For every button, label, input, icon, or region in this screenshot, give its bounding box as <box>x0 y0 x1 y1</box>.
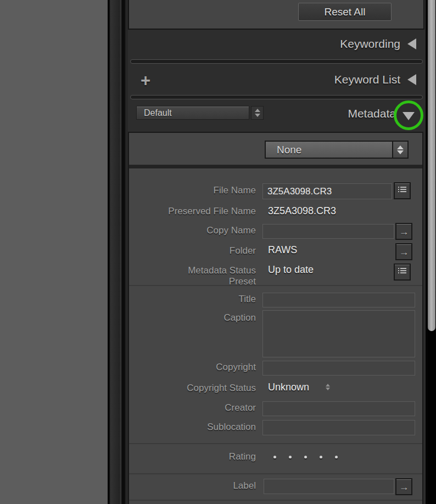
keyword-list-panel-header[interactable]: Keyword List <box>128 64 426 95</box>
down-triangle-icon <box>397 150 404 154</box>
creator-label: Creator <box>129 402 256 413</box>
folder-action-button[interactable]: → <box>395 243 412 260</box>
title-label: Title <box>129 294 256 305</box>
copyright-status-spinner[interactable] <box>326 384 330 390</box>
down-triangle-icon <box>326 388 330 390</box>
photo-area-background <box>0 0 108 504</box>
copy-name-action-button[interactable]: → <box>395 223 412 240</box>
preserved-file-name-value: 3Z5A3098.CR3 <box>268 205 336 217</box>
rating-dot[interactable] <box>320 456 322 458</box>
rating-dot[interactable] <box>273 456 276 458</box>
file-name-field[interactable] <box>262 183 392 199</box>
previous-panel-bottom-section: Reset All <box>128 0 424 30</box>
label-field[interactable] <box>264 479 394 494</box>
group-divider <box>129 473 422 474</box>
right-arrow-icon: → <box>399 227 409 237</box>
left-triangle-icon[interactable] <box>407 38 416 49</box>
metadata-status-action-button[interactable] <box>394 264 411 281</box>
lightroom-right-panel-screenshot: Reset All Keywording + Keyword List Defa… <box>0 0 436 504</box>
right-arrow-icon: → <box>399 247 409 257</box>
scrollbar-thumb[interactable] <box>428 0 435 331</box>
rating-label: Rating <box>129 451 256 462</box>
sublocation-label: Sublocation <box>129 422 256 433</box>
metadata-body: Preset None File Name <box>128 132 423 504</box>
metadata-panel-title[interactable]: Metadata <box>348 107 396 120</box>
panel-scrollbar[interactable] <box>428 0 436 504</box>
rating-dot[interactable] <box>289 456 292 458</box>
file-name-action-button[interactable] <box>394 182 411 199</box>
preset-value: None <box>266 144 392 156</box>
list-icon <box>398 186 407 196</box>
copyright-label: Copyright <box>129 362 256 373</box>
up-triangle-icon <box>326 384 330 387</box>
sublocation-field[interactable] <box>262 420 415 435</box>
metadata-view-selector[interactable]: Default <box>136 106 249 120</box>
reset-all-button[interactable]: Reset All <box>298 3 392 21</box>
right-arrow-icon: → <box>399 482 409 492</box>
copy-name-label: Copy Name <box>129 225 256 236</box>
panel-divider <box>130 95 423 99</box>
label-action-button[interactable]: → <box>395 478 412 495</box>
group-divider <box>129 443 422 444</box>
keyword-list-title: Keyword List <box>334 73 400 86</box>
folder-label: Folder <box>129 245 256 256</box>
label-field-label: Label <box>129 480 256 491</box>
copyright-status-value[interactable]: Unknown <box>268 382 309 393</box>
down-triangle-icon <box>255 114 260 117</box>
creator-field[interactable] <box>262 401 415 416</box>
left-triangle-icon[interactable] <box>407 74 416 85</box>
copy-name-field[interactable] <box>262 224 394 239</box>
rating-dot[interactable] <box>335 456 338 458</box>
folder-value: RAWS <box>268 244 297 256</box>
list-icon <box>398 267 407 277</box>
up-triangle-icon <box>255 109 260 112</box>
annotation-green-circle <box>394 100 423 130</box>
caption-label: Caption <box>129 312 256 323</box>
group-divider <box>129 500 422 501</box>
rating-dot[interactable] <box>304 456 307 458</box>
preset-dropdown-spinner[interactable] <box>392 142 407 158</box>
section-separator <box>129 165 422 169</box>
copyright-status-label: Copyright Status <box>129 383 256 394</box>
group-divider <box>129 285 422 286</box>
up-triangle-icon <box>397 145 404 149</box>
copyright-field[interactable] <box>262 361 415 376</box>
preserved-file-name-label: Preserved File Name <box>129 206 256 217</box>
panel-divider <box>130 59 423 64</box>
right-panel: Reset All Keywording + Keyword List Defa… <box>128 0 426 504</box>
title-field[interactable] <box>262 293 415 307</box>
metadata-status-value: Up to date <box>268 264 314 276</box>
keywording-panel-header[interactable]: Keywording <box>128 29 426 59</box>
metadata-view-selector-spinner[interactable] <box>251 106 264 120</box>
keywording-title: Keywording <box>340 37 400 51</box>
file-name-label: File Name <box>129 185 256 196</box>
preset-dropdown[interactable]: None <box>265 141 409 159</box>
metadata-status-label: Metadata Status <box>129 265 256 276</box>
panel-edge-gutter <box>108 0 128 504</box>
caption-field[interactable] <box>262 310 415 357</box>
